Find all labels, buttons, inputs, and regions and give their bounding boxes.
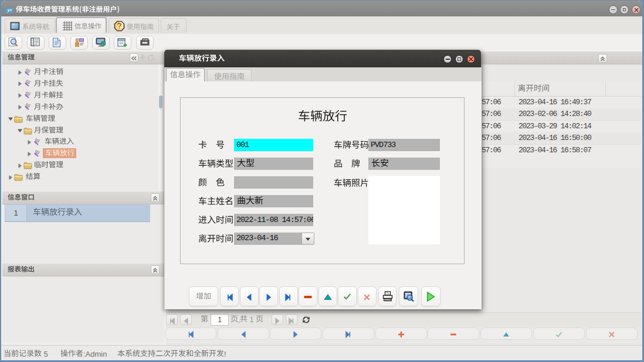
svg-text:y: y xyxy=(6,7,9,13)
